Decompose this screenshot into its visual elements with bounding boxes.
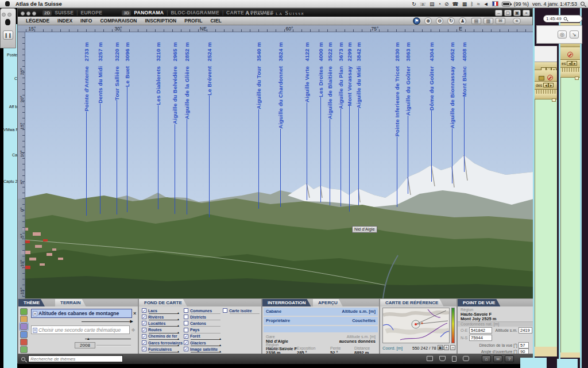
checkbox-routes[interactable]: ✓	[142, 328, 146, 332]
year-slider[interactable]: ▴	[85, 339, 131, 339]
sync-icon[interactable]: ↻	[412, 1, 416, 7]
bg-arrow-button[interactable]: ↘	[570, 30, 579, 39]
battery-icon[interactable]	[502, 2, 510, 6]
direction-field[interactable]	[519, 342, 529, 348]
checkbox-lacs[interactable]: ✓	[142, 308, 146, 313]
bg-right-arrow[interactable]: ►	[548, 83, 554, 87]
layer-opacity-slider[interactable]: ▴	[191, 339, 220, 340]
menu-ciel[interactable]: CIEL	[210, 18, 221, 24]
observer-icon[interactable]: ♟	[459, 17, 466, 25]
tab-point-de-vue[interactable]: POINT DE VUE	[458, 299, 500, 306]
tab-panorama[interactable]: PANORAMA	[134, 10, 164, 16]
layer-opacity-slider[interactable]: ▴	[149, 346, 179, 346]
checkbox-localit-s[interactable]: ✓	[142, 321, 146, 325]
zoom-out-icon[interactable]: ⊖	[436, 17, 443, 25]
traffic-dot-icon[interactable]	[2, 13, 6, 17]
layer-opacity-slider[interactable]	[191, 320, 220, 320]
layer-opacity-slider[interactable]: ▴	[149, 333, 179, 334]
close-traffic-icon[interactable]	[21, 12, 25, 16]
theme-energy-icon[interactable]	[20, 346, 28, 353]
phone-icon[interactable]: ☏	[420, 1, 426, 7]
second-theme-select[interactable]: ^ Choisir une seconde carte thématique	[31, 325, 130, 334]
minimize-traffic-icon[interactable]	[26, 12, 30, 16]
background-search-field[interactable]: 1:45:49	[543, 15, 582, 22]
display-icon[interactable]: ▤	[430, 1, 435, 7]
rotate-view-icon[interactable]: ↻	[447, 17, 455, 25]
badge-3d[interactable]: 3D	[122, 10, 131, 16]
spotlight-icon[interactable]	[581, 2, 585, 6]
layer-opacity-slider[interactable]: ▴	[149, 326, 179, 327]
panorama-view[interactable]: 15°30°NE60°75°E 25°20°15°10°5°0°-5°-10°-…	[18, 25, 533, 298]
menubar-app-name[interactable]: Atlas de la Suisse	[16, 1, 62, 7]
theme-planning-icon[interactable]	[20, 331, 28, 338]
checkbox-carte-isol-e[interactable]	[223, 308, 227, 313]
menu-l-gende[interactable]: LÉGENDE	[26, 18, 49, 24]
checkbox-for-t[interactable]: ✓	[184, 334, 188, 339]
expander-icon[interactable]: ^	[33, 311, 37, 316]
document-icon[interactable]	[452, 356, 457, 362]
menubar-clock[interactable]: ven. 4 janv. 1:47:53	[532, 1, 577, 7]
bg-right-arrow[interactable]: ►	[572, 61, 577, 66]
accessibility-icon[interactable]: ⊘	[444, 1, 449, 7]
desktop-icon-label[interactable]: C	[3, 76, 17, 80]
minimize-button[interactable]: –	[495, 10, 502, 16]
screen-share-icon[interactable]: ▦	[462, 1, 467, 7]
zoom-in-icon[interactable]: ⊕	[424, 17, 432, 25]
bg-left-arrow[interactable]: ◄	[567, 61, 572, 66]
zoom-traffic-icon[interactable]	[32, 12, 36, 16]
reference-minimap[interactable]	[382, 308, 450, 343]
export-icon[interactable]	[439, 356, 446, 361]
menu-profil[interactable]: PROFIL	[184, 18, 202, 24]
theme-society-icon[interactable]	[20, 323, 28, 330]
apple-menu-icon[interactable]	[5, 1, 10, 6]
close-button[interactable]: ×	[523, 10, 530, 16]
pov-alt-field[interactable]	[519, 327, 532, 334]
traffic-dot-icon[interactable]	[7, 13, 11, 17]
checkbox-districts[interactable]	[184, 315, 188, 319]
checkbox-funiculaires[interactable]: ✓	[142, 347, 146, 351]
checkbox-image-satellite[interactable]: ✓	[184, 347, 188, 351]
ns-field[interactable]	[469, 335, 492, 341]
desktop-icon-label[interactable]: Ca	[3, 153, 17, 157]
expander-icon[interactable]: ^	[33, 328, 37, 333]
theme-select[interactable]: ^ Altitude des cabanes de montagne	[31, 309, 132, 318]
tab-theme[interactable]: THÈME	[18, 299, 45, 306]
wifi-icon[interactable]: ≈	[477, 1, 480, 7]
layer-opacity-slider[interactable]: ▴	[149, 313, 179, 314]
tab-europe[interactable]: EUROPE	[80, 10, 102, 16]
menu-index[interactable]: INDEX	[57, 18, 72, 24]
tab-fond-de-carte[interactable]: FOND DE CARTE	[139, 299, 187, 306]
tab-bloc-diagramme[interactable]: BLOC-DIAGRAMME	[171, 10, 219, 16]
checkbox-pays[interactable]	[184, 328, 188, 332]
pause-button[interactable]: ❙❙	[3, 30, 13, 40]
tab-terrain[interactable]: TERRAIN	[55, 299, 86, 306]
tab-suisse[interactable]: SUISSE	[55, 10, 74, 16]
collapse-panels-button[interactable]: «	[513, 18, 521, 24]
favorites-icon[interactable]	[463, 356, 469, 361]
checkbox-gares-ferroviaires[interactable]: ✓	[142, 340, 146, 345]
volume-icon[interactable]: ◄	[483, 1, 489, 7]
checkbox-chemins-de-fer[interactable]: ✓	[142, 334, 146, 339]
layer-opacity-slider[interactable]: ▴	[149, 320, 179, 320]
modem-icon[interactable]: ☎	[452, 1, 459, 7]
mail-icon[interactable]: ✉	[496, 18, 505, 24]
theme-nature-icon[interactable]	[20, 308, 28, 315]
layer-opacity-slider[interactable]	[230, 313, 260, 314]
desktop-icon-label[interactable]: Aff b	[3, 105, 17, 109]
layer-opacity-slider[interactable]: ▴	[149, 339, 179, 340]
theme-search-input[interactable]	[28, 355, 123, 362]
panel-layout-icon[interactable]: ▤	[471, 18, 481, 24]
zoom-out-map-button[interactable]: −	[450, 345, 455, 350]
fit-extent-button[interactable]: ▣	[438, 345, 443, 350]
desktop-icon-label[interactable]: Captu 2013-	[3, 179, 17, 183]
clear-theme-button[interactable]: ×	[133, 310, 136, 316]
menu-info[interactable]: INFO	[80, 18, 92, 24]
restore-button[interactable]: ▣	[513, 10, 521, 16]
tab-apercu[interactable]: APERÇU	[313, 299, 343, 306]
year-field[interactable]: 2008	[75, 342, 95, 348]
menu-inscription[interactable]: INSCRIPTION	[145, 18, 176, 24]
menu-comparaison[interactable]: COMPARAISON	[100, 18, 137, 24]
theme-transport-icon[interactable]	[20, 339, 28, 346]
layer-opacity-slider[interactable]: ▴	[191, 352, 220, 352]
bg-left-arrow[interactable]: ◄	[543, 83, 548, 87]
